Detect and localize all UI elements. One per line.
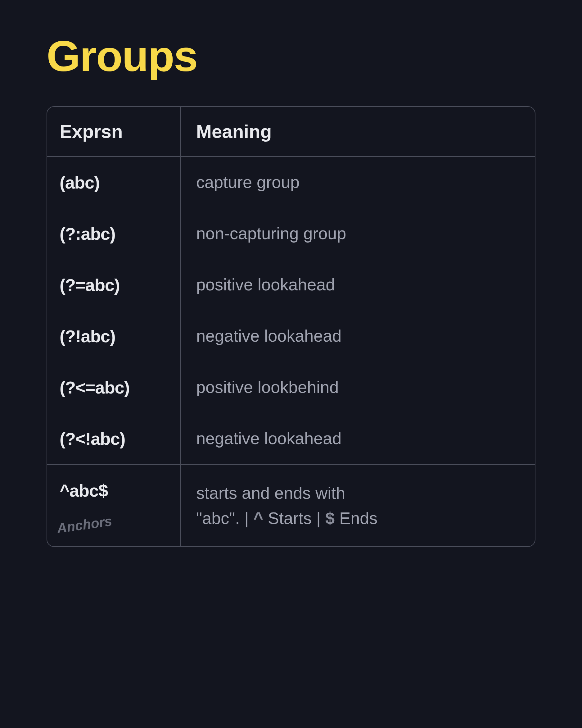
- expression-cell: (abc): [60, 173, 100, 192]
- meaning-cell: negative lookahead: [196, 327, 341, 345]
- table-row: (abc) capture group: [47, 157, 535, 208]
- meaning-cell: positive lookbehind: [196, 378, 339, 396]
- table-row: (?:abc) non-capturing group: [47, 208, 535, 259]
- expression-cell: (?!abc): [60, 327, 115, 346]
- anchors-label: Anchors: [56, 505, 168, 536]
- meaning-cell: negative lookahead: [196, 429, 341, 447]
- expression-cell: (?:abc): [60, 224, 115, 243]
- expression-cell: (?=abc): [60, 275, 120, 295]
- meaning-cell: positive lookahead: [196, 275, 335, 294]
- groups-table: Exprsn Meaning (abc) capture group (?:ab…: [47, 106, 535, 547]
- expression-cell: (?<=abc): [60, 378, 130, 397]
- table-row: (?<=abc) positive lookbehind: [47, 362, 535, 413]
- anchors-meaning: starts and ends with "abc". | ^ Starts |…: [196, 480, 519, 531]
- table-row: (?<!abc) negative lookahead: [47, 413, 535, 464]
- dollar-symbol: $: [325, 509, 335, 527]
- page-title: Groups: [47, 31, 535, 81]
- expression-cell: (?<!abc): [60, 429, 125, 448]
- table-row: (?=abc) positive lookahead: [47, 259, 535, 311]
- anchors-row: ^abc$ Anchors starts and ends with "abc"…: [47, 464, 535, 546]
- anchors-expression: ^abc$: [60, 480, 168, 501]
- starts-text: Starts |: [263, 509, 325, 527]
- ends-text: Ends: [335, 509, 378, 527]
- table-row: (?!abc) negative lookahead: [47, 311, 535, 362]
- table-header-row: Exprsn Meaning: [47, 107, 535, 157]
- anchors-meaning-line2-prefix: "abc". |: [196, 509, 253, 527]
- meaning-cell: non-capturing group: [196, 224, 346, 242]
- meaning-cell: capture group: [196, 173, 300, 191]
- table-body: (abc) capture group (?:abc) non-capturin…: [47, 157, 535, 546]
- caret-symbol: ^: [253, 509, 263, 527]
- column-header-exprsn: Exprsn: [60, 121, 122, 142]
- anchors-meaning-line1: starts and ends with: [196, 484, 345, 502]
- column-header-meaning: Meaning: [196, 121, 272, 142]
